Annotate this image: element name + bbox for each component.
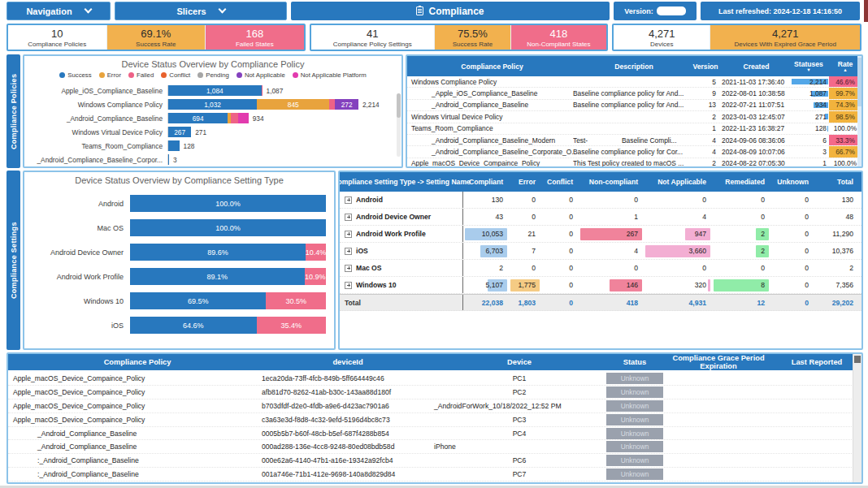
column-header-compliance-grace-period-expiration[interactable]: Compliance Grace Period Expiration <box>665 354 772 370</box>
column-header-total[interactable]: Total <box>814 172 861 192</box>
scrollbar-track[interactable] <box>853 354 861 482</box>
description-cell: This Test policy created to macOS ... <box>573 159 695 167</box>
bar-segment-success[interactable] <box>168 140 180 151</box>
navigation-button[interactable]: Navigation <box>7 2 111 20</box>
tab-compliance-policies[interactable]: Compliance Policies <box>7 54 20 168</box>
bar-segment-success[interactable]: 100.0% <box>130 219 326 236</box>
legend-item[interactable]: Pending <box>197 71 229 79</box>
column-header-last-reported[interactable]: Last Reported <box>772 358 861 366</box>
expand-plus-icon[interactable] <box>345 282 352 289</box>
table-row[interactable]: _Android_Compliance_Baseline_Corporate_O… <box>407 146 861 158</box>
kpi-value: 75.5% <box>458 28 488 40</box>
expand-plus-icon[interactable] <box>345 214 352 221</box>
pivot-row[interactable]: Mac OS20000002 <box>340 260 861 277</box>
expand-plus-icon[interactable] <box>345 248 352 255</box>
bar-segment-success[interactable]: 1,032 <box>168 99 257 110</box>
chart-title: Device Status Overview by Compliance Set… <box>24 175 334 185</box>
column-header-compliance-policy[interactable]: Compliance Policy <box>407 63 573 71</box>
column-header-remediated[interactable]: Remediated <box>712 172 770 192</box>
bar-segment-not-applicable[interactable]: 272 <box>335 99 358 110</box>
column-header-compliant[interactable]: Compliant <box>463 172 509 192</box>
legend-item[interactable]: Failed <box>128 71 154 79</box>
pivot-row[interactable]: Android Device Owner4300140048 <box>340 209 861 226</box>
bar-segment-success[interactable]: 267 <box>168 127 191 137</box>
table-row[interactable]: _Apple_iOS_Compliance_BaselineBaseline c… <box>407 88 861 99</box>
column-header-not-applicable[interactable]: Not Applicable <box>644 172 712 192</box>
bar-segment-failed[interactable]: 30.5% <box>266 292 326 309</box>
created-cell: 2022-11-23 16:38:27 <box>716 124 791 132</box>
bar-segment-success[interactable]: 100.0% <box>130 195 326 212</box>
column-header-device[interactable]: Device <box>434 358 605 366</box>
bar-segment-success[interactable]: 1,084 <box>168 85 262 96</box>
table-row[interactable]: Apple_macOS_Device_Compaince_Policy1eca2… <box>8 372 861 386</box>
table-row[interactable]: :_Android_Compliance_Baseline000e62a6-41… <box>8 454 861 468</box>
legend-item[interactable]: Conflict <box>161 71 190 79</box>
bar-segment-failed[interactable]: 35.4% <box>257 317 326 334</box>
kpi-label: Failed States <box>236 41 274 48</box>
bar-segment-failed[interactable] <box>329 99 335 110</box>
column-header-error[interactable]: Error <box>509 172 541 192</box>
kpi-value: 418 <box>550 28 568 40</box>
table-row[interactable]: _Android_Compliance_BaselineBaseline com… <box>407 100 861 111</box>
scrollbar-thumb[interactable] <box>857 58 861 106</box>
table-row[interactable]: :_Android_Compliance_Baseline001a746e-71… <box>8 468 861 482</box>
column-header-rate[interactable]: Rate▲ <box>829 56 861 76</box>
expand-plus-icon[interactable] <box>345 196 352 204</box>
bar-segment-success[interactable]: 694 <box>168 113 228 123</box>
table-row[interactable]: Apple_macOS_Device_Compaince_Policyb703d… <box>8 399 861 413</box>
table-row[interactable]: Windows Compliance Policy52021-11-03 17:… <box>407 76 861 88</box>
bar-segment-success[interactable]: 89.1% <box>130 268 305 285</box>
column-header-version[interactable]: Version <box>695 63 716 71</box>
column-header-created[interactable]: Created <box>716 63 791 71</box>
pivot-header-name[interactable]: Compliance Setting Type -> Setting Name <box>340 172 463 192</box>
column-header-statuses[interactable]: Statuses▼ <box>791 60 829 72</box>
legend-item[interactable]: Error <box>99 71 121 79</box>
column-header-unknown[interactable]: Unknown <box>770 172 814 192</box>
bar-segment-success[interactable]: 64.6% <box>130 317 257 334</box>
bar-segment-failed[interactable] <box>231 113 239 123</box>
bar-segment-not-applicable-platform[interactable] <box>238 113 249 123</box>
bar-segment-failed[interactable]: 10.4% <box>306 244 326 261</box>
column-header-conflict[interactable]: Conflict <box>541 172 579 192</box>
bar-segment-failed[interactable] <box>262 85 263 96</box>
table-row[interactable]: Apple_macOS_Device_Compaince_PolicyThis … <box>407 158 861 168</box>
column-header-non-compliant[interactable]: Non-compliant <box>579 172 644 192</box>
cell-value: 0 <box>569 264 573 272</box>
legend-item[interactable]: Not Applicable <box>237 71 285 79</box>
table-row[interactable]: _Android_Compliance_Baseline_ModernTest-… <box>407 135 861 146</box>
pivot-row[interactable]: iOS6,7037043,6602010,376 <box>340 243 861 260</box>
value-cell: 0 <box>770 295 814 310</box>
slicers-button[interactable]: Slicers <box>115 2 287 20</box>
table-row[interactable]: Windows Virtual Device Policy22023-01-03… <box>407 111 861 123</box>
kpi-value: 10 <box>51 28 63 40</box>
pivot-row[interactable]: Android Work Profile10,0532102679472011,… <box>340 226 861 243</box>
legend-item[interactable]: Not Applicable Platform <box>293 71 367 79</box>
table-row[interactable]: Apple_macOS_Device_Compaince_Policyafb81… <box>8 386 861 399</box>
pivot-row[interactable]: Android130000000130 <box>340 192 861 209</box>
column-header-description[interactable]: Description <box>573 63 695 71</box>
bar-segment-success[interactable] <box>168 154 169 165</box>
bar-segment-success[interactable]: 69.5% <box>130 292 266 309</box>
expand-plus-icon[interactable] <box>345 265 352 272</box>
device-name-cell: PC3 <box>434 416 605 424</box>
scrollbar-thumb[interactable] <box>854 356 861 363</box>
bar-segment-error[interactable]: 845 <box>257 99 329 110</box>
scrollbar-track[interactable] <box>857 56 861 166</box>
table-row[interactable]: Teams_Room_Compliance12022-11-23 16:38:2… <box>407 123 861 135</box>
table-row[interactable]: _Android_Compliance_Baseline0005b5b7-b60… <box>8 427 861 441</box>
pivot-row[interactable]: Total22,0381,80304184,93112029,202 <box>340 294 861 311</box>
bar-segment-failed[interactable]: 10.9% <box>305 268 326 285</box>
bar-segment-success[interactable]: 89.6% <box>130 244 306 261</box>
kpi-row: 10Compliance Policies69.1%Success Rate16… <box>7 24 861 51</box>
setting-type-chart-panel: Device Status Overview by Compliance Set… <box>23 171 336 350</box>
legend-item[interactable]: Success <box>59 71 91 79</box>
column-header-status[interactable]: Status <box>605 358 665 366</box>
scrollbar-thumb[interactable] <box>397 93 401 118</box>
column-header-compliance-policy[interactable]: Compliance Policy <box>8 358 262 366</box>
table-row[interactable]: _Android_Compliance_Baseline000ad288-136… <box>8 440 861 454</box>
expand-plus-icon[interactable] <box>345 231 352 238</box>
pivot-row[interactable]: Windows 105,1071,7750146320807,356 <box>340 277 861 294</box>
column-header-deviceid[interactable]: deviceId <box>262 358 434 366</box>
tab-compliance-settings[interactable]: Compliance Settings <box>7 171 20 350</box>
table-row[interactable]: Apple_macOS_Device_Compaince_Policyc3a63… <box>8 413 861 427</box>
